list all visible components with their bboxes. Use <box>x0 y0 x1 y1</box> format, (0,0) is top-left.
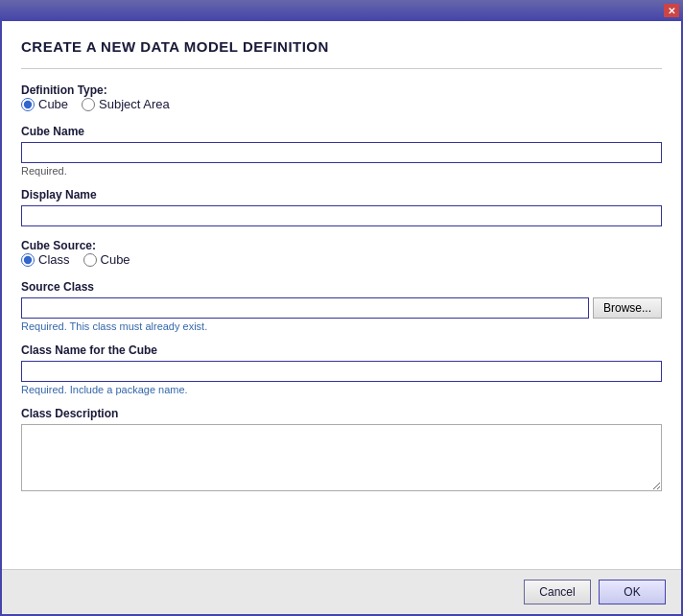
title-bar: ✕ <box>0 0 683 21</box>
definition-type-group: Definition Type: Cube Subject Area <box>21 83 662 111</box>
class-description-label: Class Description <box>21 407 662 420</box>
radio-cube-source[interactable] <box>83 253 97 267</box>
radio-class[interactable] <box>21 253 35 267</box>
source-class-required: Required. This class must already exist. <box>21 320 662 332</box>
source-class-group: Source Class Browse... Required. This cl… <box>21 280 662 332</box>
dialog-footer: Cancel OK <box>2 569 681 614</box>
ok-button[interactable]: OK <box>599 580 666 604</box>
cube-name-label: Cube Name <box>21 125 662 138</box>
class-name-label: Class Name for the Cube <box>21 344 662 357</box>
radio-class-label[interactable]: Class <box>38 252 70 267</box>
dialog-wrapper: ✕ CREATE A NEW DATA MODEL DEFINITION Def… <box>0 0 683 616</box>
class-description-textarea[interactable] <box>21 424 662 491</box>
dialog-title: CREATE A NEW DATA MODEL DEFINITION <box>21 38 662 55</box>
cube-source-group: Cube Source: Class Cube <box>21 238 662 267</box>
class-name-required: Required. Include a package name. <box>21 384 662 395</box>
source-class-input[interactable] <box>21 297 589 319</box>
class-description-group: Class Description <box>21 407 662 494</box>
cube-source-radio-group: Class Cube <box>21 252 662 267</box>
radio-option-class[interactable]: Class <box>21 252 70 267</box>
radio-option-subject-area[interactable]: Subject Area <box>82 97 170 111</box>
source-class-row: Browse... <box>21 297 662 319</box>
radio-subject-area-label[interactable]: Subject Area <box>99 97 170 111</box>
browse-button[interactable]: Browse... <box>593 297 662 319</box>
radio-cube-label[interactable]: Cube <box>38 97 68 111</box>
display-name-label: Display Name <box>21 188 662 201</box>
class-name-group: Class Name for the Cube Required. Includ… <box>21 344 662 395</box>
definition-type-label: Definition Type: <box>21 83 107 97</box>
dialog-content: CREATE A NEW DATA MODEL DEFINITION Defin… <box>2 21 681 569</box>
dialog-body: CREATE A NEW DATA MODEL DEFINITION Defin… <box>0 21 683 616</box>
class-name-input[interactable] <box>21 361 662 382</box>
radio-option-cube-source[interactable]: Cube <box>83 252 130 267</box>
radio-cube[interactable] <box>21 98 35 111</box>
source-class-label: Source Class <box>21 280 662 294</box>
display-name-group: Display Name <box>21 188 662 226</box>
definition-type-radio-group: Cube Subject Area <box>21 97 662 111</box>
radio-subject-area[interactable] <box>82 98 95 111</box>
radio-option-cube[interactable]: Cube <box>21 97 68 111</box>
close-button[interactable]: ✕ <box>664 4 679 17</box>
separator <box>21 68 662 69</box>
cube-name-required: Required. <box>21 165 662 177</box>
radio-cube-source-label[interactable]: Cube <box>101 252 130 267</box>
cube-name-input[interactable] <box>21 142 662 163</box>
cube-source-label: Cube Source: <box>21 239 96 252</box>
cube-name-group: Cube Name Required. <box>21 125 662 177</box>
display-name-input[interactable] <box>21 205 662 226</box>
cancel-button[interactable]: Cancel <box>524 580 591 604</box>
